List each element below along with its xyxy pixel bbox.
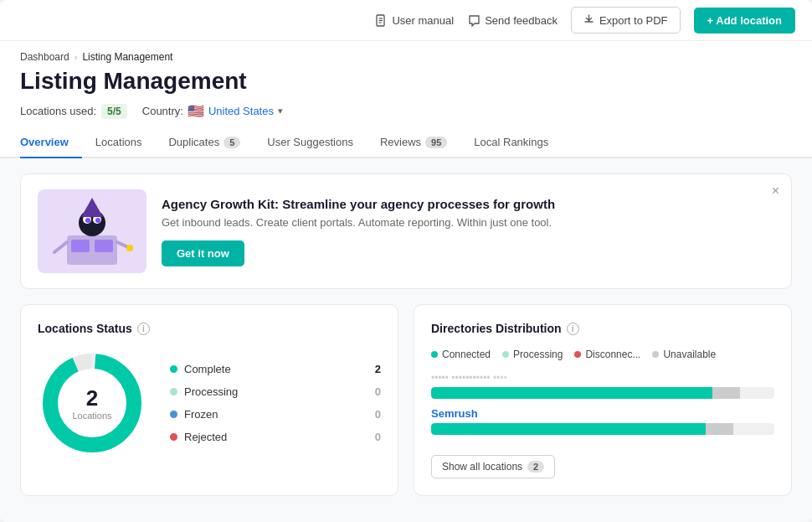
svg-marker-12 [81,198,103,217]
legend-label: Disconnec... [585,349,640,360]
send-feedback-label: Send feedback [485,14,558,27]
book-icon [374,13,388,27]
show-all-button[interactable]: Show all locations 2 [431,455,555,478]
svg-rect-6 [95,240,113,252]
promo-illustration [38,189,146,273]
legend-item: Processing [502,349,563,360]
directories-title: Directories Distribution i [431,322,774,335]
dir-legend: Connected Processing Disconnec... Unavai… [431,349,774,360]
status-label: Frozen [184,408,218,421]
show-all-badge: 2 [527,461,544,473]
dir-bar-unavailable [712,387,740,399]
breadcrumb-separator: › [75,52,78,62]
tab-locations[interactable]: Locations [82,127,156,158]
tab-overview[interactable]: Overview [20,127,82,158]
promo-title: Agency Growth Kit: Streamline your agenc… [162,197,774,211]
breadcrumb: Dashboard › Listing Management [20,51,792,63]
dir-bar-fill [431,387,774,399]
locations-card-inner: 2 Locations Complete 2 Processing 0 Froz… [38,349,381,457]
country-selector[interactable]: Country: 🇺🇸 United States ▾ [142,103,283,119]
page-title: Listing Management [20,68,792,95]
dir-bar-track [431,387,774,399]
svg-rect-5 [71,240,90,252]
status-label: Rejected [184,431,227,443]
export-pdf-label: Export to PDF [599,14,668,27]
tab-local-rankings[interactable]: Local Rankings [460,127,562,158]
tab-duplicates[interactable]: Duplicates5 [155,127,254,158]
dir-row-label: Semrush [431,407,565,420]
country-flag: 🇺🇸 [188,103,204,119]
legend-dot [431,351,438,358]
export-icon [583,13,594,27]
status-count: 0 [369,431,381,443]
status-label: Processing [184,385,238,398]
country-label: Country: [142,105,183,117]
send-feedback-link[interactable]: Send feedback [467,13,558,27]
status-count: 0 [369,385,381,398]
export-pdf-button[interactable]: Export to PDF [571,7,681,34]
dir-rows: ••••• ••••••••••• ••••Semrush [431,372,774,435]
status-dot [170,365,177,373]
status-item: Complete 2 [170,363,381,375]
status-dot [170,388,177,395]
status-left: Rejected [170,431,227,443]
user-manual-label: User manual [392,14,454,27]
locations-used-badge: 5/5 [101,104,127,119]
legend-label: Processing [513,349,563,360]
locations-used-label: Locations used: [20,105,96,117]
status-item: Rejected 0 [170,431,381,443]
dir-row-label: ••••• ••••••••••• •••• [431,372,565,384]
locations-status-info-icon[interactable]: i [137,323,150,335]
breadcrumb-dashboard[interactable]: Dashboard [20,51,69,63]
status-dot [170,411,177,418]
chevron-down-icon: ▾ [278,106,283,116]
tab-user-suggestions[interactable]: User Suggestions [254,127,367,158]
status-left: Complete [170,363,231,375]
promo-cta-button[interactable]: Get it now [162,240,244,266]
tab-label-duplicates: Duplicates [168,136,219,148]
locations-status-title: Locations Status i [38,322,381,335]
content-area: Agency Growth Kit: Streamline your agenc… [0,158,812,522]
dir-bar-unavailable [706,423,733,435]
promo-close-button[interactable]: × [772,184,779,198]
dir-row: ••••• ••••••••••• •••• [431,372,774,399]
svg-point-10 [85,218,90,223]
promo-banner: Agency Growth Kit: Streamline your agenc… [20,173,792,289]
tab-label-user-suggestions: User Suggestions [267,136,353,148]
tab-reviews[interactable]: Reviews95 [367,127,460,158]
status-count: 0 [369,408,381,421]
svg-point-15 [126,245,133,251]
legend-item: Disconnec... [574,349,640,360]
tab-label-local-rankings: Local Rankings [474,136,548,148]
directories-info-icon[interactable]: i [567,323,579,335]
user-manual-link[interactable]: User manual [374,13,454,27]
dir-bar-track [431,423,774,435]
promo-subtitle: Get inbound leads. Create client portals… [162,216,774,229]
tabs-row: OverviewLocationsDuplicates5User Suggest… [0,127,812,158]
top-bar: User manual Send feedback Export to PDF … [0,0,812,41]
breadcrumb-current: Listing Management [82,51,172,63]
status-item: Processing 0 [170,385,381,398]
directories-card: Directories Distribution i Connected Pro… [414,304,792,496]
status-count: 2 [369,363,381,375]
status-dot [170,433,177,441]
legend-label: Connected [442,349,491,360]
legend-item: Unavailable [652,349,716,360]
header-section: Dashboard › Listing Management Listing M… [0,41,812,119]
tab-badge-reviews: 95 [425,137,447,148]
legend-label: Unavailable [663,349,716,360]
tab-label-locations: Locations [95,136,142,148]
meta-row: Locations used: 5/5 Country: 🇺🇸 United S… [20,103,792,119]
add-location-label: + Add location [707,14,782,27]
tab-label-reviews: Reviews [380,136,421,148]
locations-used: Locations used: 5/5 [20,104,127,119]
add-location-button[interactable]: + Add location [694,8,795,34]
legend-item: Connected [431,349,491,360]
country-name: United States [208,105,274,117]
feedback-icon [467,13,481,27]
legend-dot [652,351,659,358]
dir-bar-connected [431,423,706,435]
status-left: Frozen [170,408,218,421]
dir-bar-connected [431,387,712,399]
status-left: Processing [170,385,238,398]
